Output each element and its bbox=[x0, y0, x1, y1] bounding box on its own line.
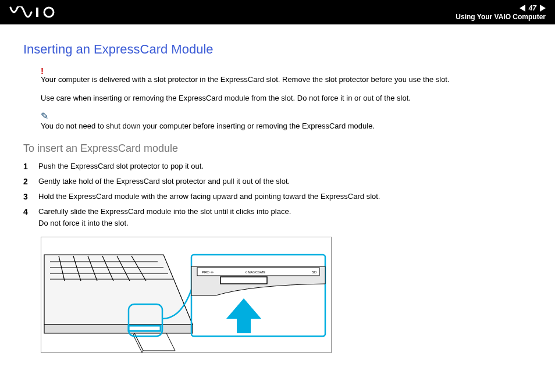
warning-text-2: Use care when inserting or removing the … bbox=[41, 92, 532, 104]
svg-marker-13 bbox=[44, 325, 193, 333]
tip-text: You do not need to shut down your comput… bbox=[41, 120, 532, 132]
section-label: Using Your VAIO Computer bbox=[456, 13, 546, 21]
page-content: Inserting an ExpressCard Module ! Your c… bbox=[0, 24, 555, 353]
tip-block: ✎ You do not need to shut down your comp… bbox=[41, 111, 532, 132]
svg-rect-20 bbox=[220, 277, 267, 284]
page-title: Inserting an ExpressCard Module bbox=[23, 42, 532, 57]
magicgate-label: ⟲ MAGICGATE bbox=[245, 270, 266, 274]
warning-block-2: Use care when inserting or removing the … bbox=[41, 92, 532, 104]
warning-text-1: Your computer is delivered with a slot p… bbox=[41, 74, 532, 85]
step-list: 1 Push the ExpressCard slot protector to… bbox=[23, 161, 532, 229]
warning-block: ! Your computer is delivered with a slot… bbox=[41, 66, 532, 85]
step-item: 4 Carefully slide the ExpressCard module… bbox=[23, 206, 532, 229]
svg-rect-14 bbox=[129, 326, 161, 331]
step-text: Hold the ExpressCard module with the arr… bbox=[38, 191, 380, 202]
pro-label: PRO ⇔ bbox=[202, 270, 214, 274]
svg-marker-2 bbox=[44, 255, 193, 325]
page-number: 47 bbox=[528, 4, 538, 12]
expresscard-illustration: PRO ⇔ ⟲ MAGICGATE SD bbox=[41, 237, 332, 353]
step-number: 4 bbox=[23, 206, 31, 229]
step-item: 2 Gently take hold of the ExpressCard sl… bbox=[23, 176, 532, 187]
svg-marker-21 bbox=[226, 298, 261, 333]
prev-page-button[interactable] bbox=[520, 5, 525, 12]
sd-label: SD bbox=[312, 270, 317, 274]
svg-rect-0 bbox=[36, 8, 38, 17]
step-text: Push the ExpressCard slot protector to p… bbox=[38, 161, 204, 172]
step-text: Carefully slide the ExpressCard module i… bbox=[38, 206, 291, 229]
step-number: 2 bbox=[23, 176, 31, 187]
next-page-button[interactable] bbox=[540, 5, 546, 12]
svg-point-1 bbox=[44, 8, 54, 17]
step-number: 1 bbox=[23, 161, 31, 172]
step-item: 3 Hold the ExpressCard module with the a… bbox=[23, 191, 532, 202]
header-bar: 47 Using Your VAIO Computer bbox=[0, 0, 555, 24]
vaio-logo bbox=[9, 6, 62, 18]
step-text: Gently take hold of the ExpressCard slot… bbox=[38, 176, 290, 187]
procedure-heading: To insert an ExpressCard module bbox=[23, 142, 532, 155]
step-number: 3 bbox=[23, 191, 31, 202]
step-item: 1 Push the ExpressCard slot protector to… bbox=[23, 161, 532, 172]
page-nav: 47 Using Your VAIO Computer bbox=[456, 4, 546, 21]
